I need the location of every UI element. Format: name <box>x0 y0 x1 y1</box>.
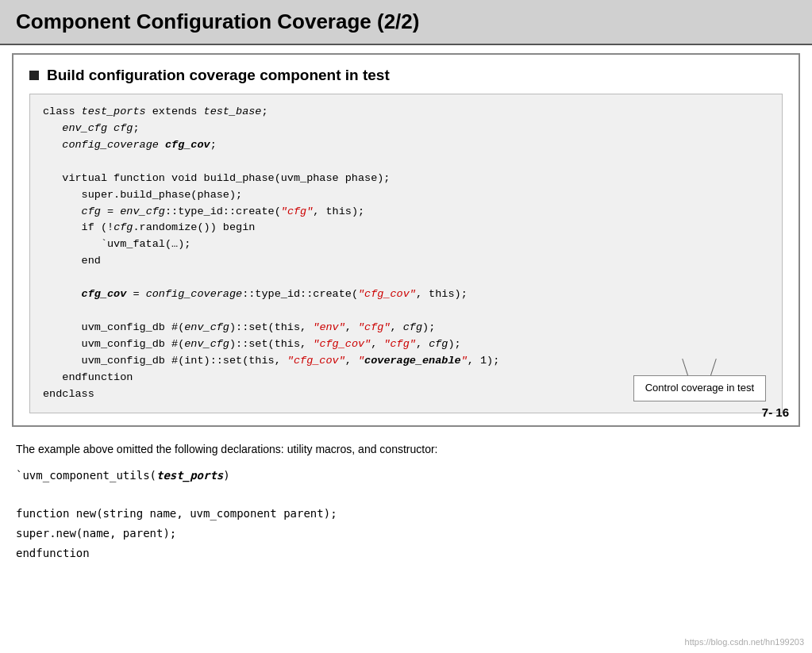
callout-line-left <box>683 359 689 375</box>
page-container: Component Configuration Coverage (2/2) B… <box>0 0 812 653</box>
code-line-11 <box>43 270 769 286</box>
code-line-10: end <box>43 253 769 270</box>
code-line-13 <box>43 303 769 320</box>
code-below-line-2 <box>16 486 796 505</box>
code-line-1: class test_ports extends test_base; <box>43 104 769 121</box>
callout-line-right <box>710 359 717 375</box>
code-below-line-5: endfunction <box>16 544 796 564</box>
bullet-heading-text: Build configuration coverage component i… <box>47 67 390 84</box>
bullet-heading: Build configuration coverage component i… <box>29 67 783 84</box>
code-line-9: `uvm_fatal(…); <box>43 236 769 253</box>
code-line-8: if (!cfg.randomize()) begin <box>43 220 769 236</box>
watermark: https://blog.csdn.net/hn199203 <box>685 637 804 647</box>
callout-label: Control coverage in test <box>645 382 754 394</box>
callout-lines <box>687 356 711 375</box>
code-line-5: virtual function void build_phase(uvm_ph… <box>43 171 769 187</box>
description-text: The example above omitted the following … <box>16 443 796 455</box>
code-block: class test_ports extends test_base; env_… <box>29 94 783 413</box>
callout-box: Control coverage in test <box>633 375 766 401</box>
code-line-2: env_cfg cfg; <box>43 121 769 137</box>
below-slide-area: The example above omitted the following … <box>0 435 812 653</box>
bullet-square-icon <box>29 71 39 80</box>
code-line-6: super.build_phase(phase); <box>43 187 769 204</box>
code-line-15: uvm_config_db #(env_cfg)::set(this, "cfg… <box>43 336 769 353</box>
code-line-12: cfg_cov = config_coverage::type_id::crea… <box>43 286 769 303</box>
code-line-4 <box>43 154 769 171</box>
code-line-14: uvm_config_db #(env_cfg)::set(this, "env… <box>43 320 769 336</box>
slide-number: 7- 16 <box>762 405 789 419</box>
code-below-line-3: function new(string name, uvm_component … <box>16 505 796 524</box>
callout-container: Control coverage in test <box>633 356 766 401</box>
code-below-line-4: super.new(name, parent); <box>16 524 796 544</box>
code-below-line-1: `uvm_component_utils(test_ports) <box>16 467 796 486</box>
code-below-block: `uvm_component_utils(test_ports) functio… <box>16 467 796 564</box>
code-line-3: config_coverage cfg_cov; <box>43 137 769 154</box>
slide-body: Build configuration coverage component i… <box>12 53 800 427</box>
header-title: Component Configuration Coverage (2/2) <box>16 10 419 33</box>
code-line-7: cfg = env_cfg::type_id::create("cfg", th… <box>43 204 769 221</box>
slide-header: Component Configuration Coverage (2/2) <box>0 0 812 45</box>
